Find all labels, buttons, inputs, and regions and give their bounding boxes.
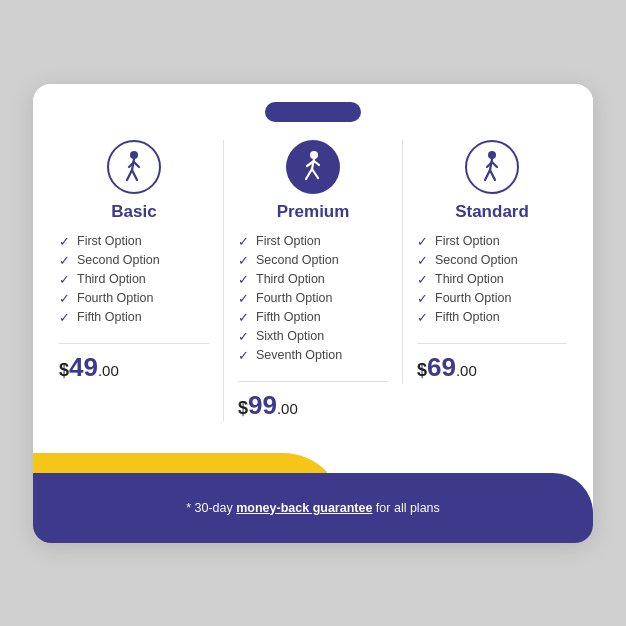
check-icon: ✓ [417, 310, 428, 325]
check-icon: ✓ [238, 310, 249, 325]
list-item: ✓ Fourth Option [59, 291, 209, 306]
option-label: Third Option [77, 272, 146, 286]
check-icon: ✓ [238, 348, 249, 363]
pricing-card: Basic ✓ First Option ✓ Second Option ✓ T… [33, 84, 593, 543]
option-label: First Option [256, 234, 321, 248]
price-cents: .00 [277, 400, 298, 417]
check-icon: ✓ [238, 291, 249, 306]
check-icon: ✓ [417, 234, 428, 249]
list-item: ✓ Fourth Option [417, 291, 567, 306]
svg-line-11 [314, 161, 319, 165]
option-label: Second Option [435, 253, 518, 267]
plan-col-basic: Basic ✓ First Option ✓ Second Option ✓ T… [45, 140, 223, 383]
svg-line-14 [485, 170, 490, 180]
svg-line-8 [306, 169, 312, 179]
check-icon: ✓ [238, 329, 249, 344]
svg-line-2 [127, 170, 132, 180]
price-amount: 49 [69, 352, 98, 382]
check-icon: ✓ [59, 310, 70, 325]
plan-icon-circle [107, 140, 161, 194]
plans-row: Basic ✓ First Option ✓ Second Option ✓ T… [33, 132, 593, 421]
guarantee-text: * 30-day money-back guarantee for all pl… [33, 473, 593, 543]
check-icon: ✓ [59, 291, 70, 306]
check-icon: ✓ [59, 253, 70, 268]
list-item: ✓ Fifth Option [238, 310, 388, 325]
price-area: $99.00 [238, 381, 388, 421]
list-item: ✓ Second Option [59, 253, 209, 268]
list-item: ✓ Second Option [238, 253, 388, 268]
guarantee-prefix: * 30-day [186, 501, 236, 515]
check-icon: ✓ [417, 291, 428, 306]
bottom-decoration: * 30-day money-back guarantee for all pl… [33, 433, 593, 543]
list-item: ✓ Third Option [238, 272, 388, 287]
list-item: ✓ Fifth Option [59, 310, 209, 325]
plan-name: Standard [455, 202, 529, 222]
header-area [33, 84, 593, 132]
svg-point-6 [310, 151, 318, 159]
option-label: First Option [435, 234, 500, 248]
option-label: Fourth Option [77, 291, 153, 305]
option-label: Third Option [256, 272, 325, 286]
plan-name: Premium [277, 202, 350, 222]
guarantee-suffix: for all plans [372, 501, 439, 515]
plan-icon-circle [465, 140, 519, 194]
price-cents: .00 [456, 362, 477, 379]
price-cents: .00 [98, 362, 119, 379]
option-label: Fifth Option [435, 310, 500, 324]
check-icon: ✓ [417, 272, 428, 287]
check-icon: ✓ [238, 272, 249, 287]
check-icon: ✓ [238, 253, 249, 268]
option-label: Sixth Option [256, 329, 324, 343]
price-text: $49.00 [59, 362, 119, 379]
option-label: Fourth Option [256, 291, 332, 305]
option-label: Fifth Option [77, 310, 142, 324]
list-item: ✓ Fourth Option [238, 291, 388, 306]
check-icon: ✓ [417, 253, 428, 268]
header-badge [265, 102, 361, 122]
plan-col-standard: Standard ✓ First Option ✓ Second Option … [402, 140, 581, 383]
list-item: ✓ Second Option [417, 253, 567, 268]
option-label: Second Option [77, 253, 160, 267]
plan-icon-circle [286, 140, 340, 194]
price-dollar: $ [417, 360, 427, 380]
option-label: Seventh Option [256, 348, 342, 362]
list-item: ✓ Third Option [59, 272, 209, 287]
svg-line-9 [312, 169, 318, 178]
price-dollar: $ [59, 360, 69, 380]
options-list: ✓ First Option ✓ Second Option ✓ Third O… [238, 234, 388, 367]
price-amount: 99 [248, 390, 277, 420]
price-amount: 69 [427, 352, 456, 382]
check-icon: ✓ [59, 234, 70, 249]
list-item: ✓ Seventh Option [238, 348, 388, 363]
svg-point-12 [488, 151, 496, 159]
price-text: $69.00 [417, 362, 477, 379]
option-label: Second Option [256, 253, 339, 267]
guarantee-bold: money-back guarantee [236, 501, 372, 515]
list-item: ✓ Fifth Option [417, 310, 567, 325]
svg-line-5 [134, 162, 139, 167]
list-item: ✓ First Option [417, 234, 567, 249]
svg-line-3 [132, 170, 137, 180]
check-icon: ✓ [238, 234, 249, 249]
price-area: $49.00 [59, 343, 209, 383]
plan-col-premium: Premium ✓ First Option ✓ Second Option ✓… [223, 140, 402, 421]
price-text: $99.00 [238, 400, 298, 417]
option-label: Fourth Option [435, 291, 511, 305]
option-label: Fifth Option [256, 310, 321, 324]
svg-line-17 [492, 162, 497, 167]
list-item: ✓ Third Option [417, 272, 567, 287]
price-area: $69.00 [417, 343, 567, 383]
price-dollar: $ [238, 398, 248, 418]
svg-line-15 [490, 170, 495, 180]
options-list: ✓ First Option ✓ Second Option ✓ Third O… [417, 234, 567, 329]
options-list: ✓ First Option ✓ Second Option ✓ Third O… [59, 234, 209, 329]
list-item: ✓ First Option [238, 234, 388, 249]
check-icon: ✓ [59, 272, 70, 287]
wave-purple: * 30-day money-back guarantee for all pl… [33, 473, 593, 543]
option-label: Third Option [435, 272, 504, 286]
svg-point-0 [130, 151, 138, 159]
plan-name: Basic [111, 202, 156, 222]
option-label: First Option [77, 234, 142, 248]
list-item: ✓ Sixth Option [238, 329, 388, 344]
list-item: ✓ First Option [59, 234, 209, 249]
